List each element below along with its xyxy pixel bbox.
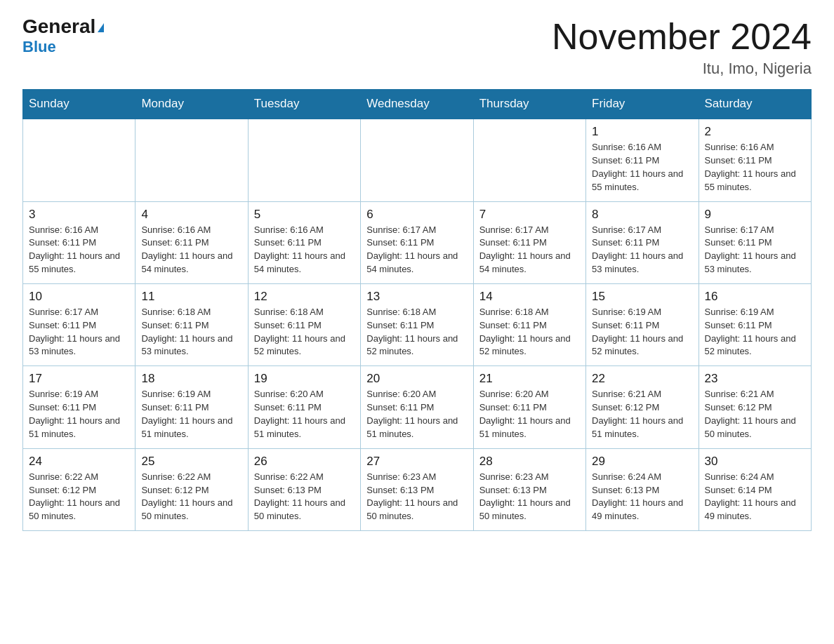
day-cell-2: 2Sunrise: 6:16 AMSunset: 6:11 PMDaylight…: [699, 119, 811, 201]
day-cell-7: 7Sunrise: 6:17 AMSunset: 6:11 PMDaylight…: [473, 201, 585, 283]
day-info: Sunrise: 6:23 AMSunset: 6:13 PMDaylight:…: [479, 471, 580, 523]
weekday-row: SundayMondayTuesdayWednesdayThursdayFrid…: [23, 90, 812, 119]
main-title: November 2024: [552, 17, 812, 57]
day-info: Sunrise: 6:22 AMSunset: 6:12 PMDaylight:…: [141, 471, 241, 523]
day-info: Sunrise: 6:18 AMSunset: 6:11 PMDaylight:…: [366, 306, 467, 358]
day-number: 12: [254, 290, 355, 304]
day-number: 13: [366, 290, 467, 304]
day-info: Sunrise: 6:16 AMSunset: 6:11 PMDaylight:…: [705, 141, 805, 194]
day-number: 4: [141, 208, 241, 222]
calendar-header: SundayMondayTuesdayWednesdayThursdayFrid…: [23, 90, 812, 119]
subtitle: Itu, Imo, Nigeria: [552, 60, 812, 78]
day-number: 18: [141, 372, 241, 386]
day-cell-11: 11Sunrise: 6:18 AMSunset: 6:11 PMDayligh…: [135, 283, 248, 365]
logo-general: General: [22, 15, 95, 37]
day-cell-8: 8Sunrise: 6:17 AMSunset: 6:11 PMDaylight…: [586, 201, 699, 283]
day-info: Sunrise: 6:21 AMSunset: 6:12 PMDaylight:…: [705, 388, 805, 441]
day-cell-15: 15Sunrise: 6:19 AMSunset: 6:11 PMDayligh…: [586, 283, 699, 365]
day-info: Sunrise: 6:19 AMSunset: 6:11 PMDaylight:…: [29, 388, 129, 441]
day-cell-18: 18Sunrise: 6:19 AMSunset: 6:11 PMDayligh…: [135, 366, 248, 448]
week-row-1: 1Sunrise: 6:16 AMSunset: 6:11 PMDaylight…: [23, 119, 812, 201]
weekday-header-tuesday: Tuesday: [248, 90, 360, 119]
day-cell-26: 26Sunrise: 6:22 AMSunset: 6:13 PMDayligh…: [248, 448, 360, 530]
day-cell-25: 25Sunrise: 6:22 AMSunset: 6:12 PMDayligh…: [135, 448, 248, 530]
day-info: Sunrise: 6:22 AMSunset: 6:13 PMDaylight:…: [254, 471, 355, 523]
logo-blue: Blue: [22, 38, 56, 56]
day-cell-14: 14Sunrise: 6:18 AMSunset: 6:11 PMDayligh…: [473, 283, 585, 365]
day-info: Sunrise: 6:19 AMSunset: 6:11 PMDaylight:…: [705, 306, 805, 358]
day-cell-20: 20Sunrise: 6:20 AMSunset: 6:11 PMDayligh…: [361, 366, 473, 448]
day-cell-9: 9Sunrise: 6:17 AMSunset: 6:11 PMDaylight…: [699, 201, 811, 283]
day-cell-12: 12Sunrise: 6:18 AMSunset: 6:11 PMDayligh…: [248, 283, 360, 365]
day-info: Sunrise: 6:20 AMSunset: 6:11 PMDaylight:…: [254, 388, 355, 441]
day-cell-17: 17Sunrise: 6:19 AMSunset: 6:11 PMDayligh…: [23, 366, 135, 448]
day-number: 28: [479, 455, 580, 469]
logo: General Blue: [22, 17, 104, 56]
day-info: Sunrise: 6:17 AMSunset: 6:11 PMDaylight:…: [366, 224, 467, 276]
day-number: 29: [592, 455, 692, 469]
empty-cell: [361, 119, 473, 201]
day-number: 1: [592, 125, 692, 139]
day-info: Sunrise: 6:18 AMSunset: 6:11 PMDaylight:…: [479, 306, 580, 358]
day-number: 14: [479, 290, 580, 304]
day-cell-1: 1Sunrise: 6:16 AMSunset: 6:11 PMDaylight…: [586, 119, 699, 201]
day-info: Sunrise: 6:18 AMSunset: 6:11 PMDaylight:…: [254, 306, 355, 358]
day-number: 27: [366, 455, 467, 469]
week-row-4: 17Sunrise: 6:19 AMSunset: 6:11 PMDayligh…: [23, 366, 812, 448]
day-cell-10: 10Sunrise: 6:17 AMSunset: 6:11 PMDayligh…: [23, 283, 135, 365]
weekday-header-saturday: Saturday: [699, 90, 811, 119]
day-info: Sunrise: 6:16 AMSunset: 6:11 PMDaylight:…: [592, 141, 692, 194]
day-number: 25: [141, 455, 241, 469]
day-cell-4: 4Sunrise: 6:16 AMSunset: 6:11 PMDaylight…: [135, 201, 248, 283]
day-info: Sunrise: 6:19 AMSunset: 6:11 PMDaylight:…: [592, 306, 692, 358]
day-cell-23: 23Sunrise: 6:21 AMSunset: 6:12 PMDayligh…: [699, 366, 811, 448]
day-info: Sunrise: 6:20 AMSunset: 6:11 PMDaylight:…: [366, 388, 467, 441]
day-info: Sunrise: 6:17 AMSunset: 6:11 PMDaylight:…: [29, 306, 129, 358]
week-row-2: 3Sunrise: 6:16 AMSunset: 6:11 PMDaylight…: [23, 201, 812, 283]
day-number: 7: [479, 208, 580, 222]
day-info: Sunrise: 6:19 AMSunset: 6:11 PMDaylight:…: [141, 388, 241, 441]
day-number: 11: [141, 290, 241, 304]
day-info: Sunrise: 6:16 AMSunset: 6:11 PMDaylight:…: [254, 224, 355, 276]
day-number: 8: [592, 208, 692, 222]
weekday-header-wednesday: Wednesday: [361, 90, 473, 119]
day-number: 19: [254, 372, 355, 386]
weekday-header-friday: Friday: [586, 90, 699, 119]
title-section: November 2024 Itu, Imo, Nigeria: [552, 17, 812, 78]
day-cell-30: 30Sunrise: 6:24 AMSunset: 6:14 PMDayligh…: [699, 448, 811, 530]
day-info: Sunrise: 6:22 AMSunset: 6:12 PMDaylight:…: [29, 471, 129, 523]
day-cell-13: 13Sunrise: 6:18 AMSunset: 6:11 PMDayligh…: [361, 283, 473, 365]
day-number: 26: [254, 455, 355, 469]
day-number: 24: [29, 455, 129, 469]
day-number: 16: [705, 290, 805, 304]
day-cell-24: 24Sunrise: 6:22 AMSunset: 6:12 PMDayligh…: [23, 448, 135, 530]
day-number: 6: [366, 208, 467, 222]
empty-cell: [473, 119, 585, 201]
day-number: 2: [705, 125, 805, 139]
day-info: Sunrise: 6:24 AMSunset: 6:14 PMDaylight:…: [705, 471, 805, 523]
calendar: SundayMondayTuesdayWednesdayThursdayFrid…: [22, 89, 812, 531]
day-info: Sunrise: 6:18 AMSunset: 6:11 PMDaylight:…: [141, 306, 241, 358]
day-number: 10: [29, 290, 129, 304]
empty-cell: [23, 119, 135, 201]
calendar-body: 1Sunrise: 6:16 AMSunset: 6:11 PMDaylight…: [23, 119, 812, 530]
day-info: Sunrise: 6:17 AMSunset: 6:11 PMDaylight:…: [592, 224, 692, 276]
day-cell-27: 27Sunrise: 6:23 AMSunset: 6:13 PMDayligh…: [361, 448, 473, 530]
day-cell-3: 3Sunrise: 6:16 AMSunset: 6:11 PMDaylight…: [23, 201, 135, 283]
day-number: 17: [29, 372, 129, 386]
day-number: 22: [592, 372, 692, 386]
day-cell-16: 16Sunrise: 6:19 AMSunset: 6:11 PMDayligh…: [699, 283, 811, 365]
day-cell-22: 22Sunrise: 6:21 AMSunset: 6:12 PMDayligh…: [586, 366, 699, 448]
week-row-3: 10Sunrise: 6:17 AMSunset: 6:11 PMDayligh…: [23, 283, 812, 365]
day-number: 5: [254, 208, 355, 222]
logo-text: General: [22, 17, 104, 36]
day-cell-6: 6Sunrise: 6:17 AMSunset: 6:11 PMDaylight…: [361, 201, 473, 283]
day-cell-19: 19Sunrise: 6:20 AMSunset: 6:11 PMDayligh…: [248, 366, 360, 448]
day-cell-21: 21Sunrise: 6:20 AMSunset: 6:11 PMDayligh…: [473, 366, 585, 448]
empty-cell: [135, 119, 248, 201]
week-row-5: 24Sunrise: 6:22 AMSunset: 6:12 PMDayligh…: [23, 448, 812, 530]
day-number: 23: [705, 372, 805, 386]
day-info: Sunrise: 6:21 AMSunset: 6:12 PMDaylight:…: [592, 388, 692, 441]
day-info: Sunrise: 6:23 AMSunset: 6:13 PMDaylight:…: [366, 471, 467, 523]
day-info: Sunrise: 6:16 AMSunset: 6:11 PMDaylight:…: [141, 224, 241, 276]
